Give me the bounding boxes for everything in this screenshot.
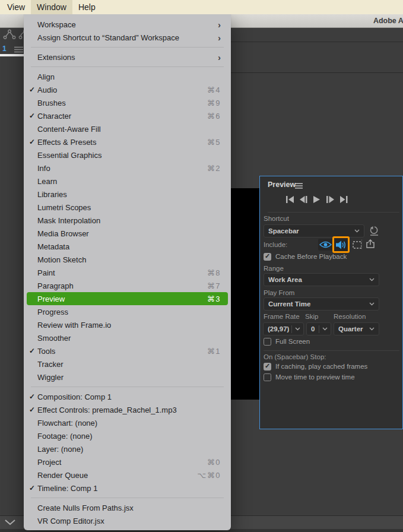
frame-rate-dropdown[interactable]: (29,97) xyxy=(263,322,304,335)
menubar-item-view[interactable]: View xyxy=(0,0,31,14)
checkbox-label: If caching, play cached frames xyxy=(275,363,367,370)
menu-item-info[interactable]: Info⌘2 xyxy=(27,162,228,175)
menu-item-label: Create Nulls From Paths.jsx xyxy=(37,504,221,512)
chevron-down-icon xyxy=(369,302,375,306)
menu-item-audio[interactable]: Audio⌘4 xyxy=(27,83,228,96)
menu-item-paragraph[interactable]: Paragraph⌘7 xyxy=(27,279,228,292)
menu-item-label: Mask Interpolation xyxy=(37,216,221,225)
play-button[interactable] xyxy=(313,196,321,203)
menubar-item-help[interactable]: Help xyxy=(72,0,101,14)
menu-item-label: Review with Frame.io xyxy=(37,321,221,330)
menu-item-label: Brushes xyxy=(37,99,200,107)
checkbox-full-screen[interactable]: Full Screen xyxy=(264,337,310,346)
last-frame-button[interactable] xyxy=(340,196,348,203)
include-label: Include: xyxy=(264,241,287,248)
menu-item-label: Tracker xyxy=(37,360,221,369)
checkbox-cache-before-playback[interactable]: Cache Before Playback xyxy=(264,252,347,261)
menu-item-label: Smoother xyxy=(37,334,221,343)
checkbox-box[interactable] xyxy=(264,338,271,346)
checkbox-if-caching-play-cached-frames[interactable]: If caching, play cached frames xyxy=(264,362,367,370)
menu-item-libraries[interactable]: Libraries xyxy=(27,188,228,201)
panel-menu-icon[interactable] xyxy=(295,183,303,189)
menu-item-character[interactable]: Character⌘6 xyxy=(27,109,228,122)
menu-item-preview[interactable]: Preview⌘3 xyxy=(27,292,228,305)
eye-icon xyxy=(319,240,332,249)
menu-item-motion-sketch[interactable]: Motion Sketch xyxy=(27,253,228,266)
menu-item-create-nulls-from-paths-jsx[interactable]: Create Nulls From Paths.jsx xyxy=(27,501,228,514)
menu-item-label: Align xyxy=(37,72,221,81)
checkmark-icon xyxy=(27,406,37,414)
menu-item-effects-presets[interactable]: Effects & Presets⌘5 xyxy=(27,135,228,148)
menu-item-label: Layer: (none) xyxy=(37,445,221,454)
menu-item-render-queue[interactable]: Render Queue⌥⌘0 xyxy=(27,468,228,482)
share-icon[interactable] xyxy=(366,239,375,249)
menu-item-progress[interactable]: Progress xyxy=(27,305,228,318)
timeline-menu-icon[interactable] xyxy=(14,46,23,53)
timeline-tab-number[interactable]: 1 xyxy=(2,45,7,53)
play-from-label: Play From xyxy=(264,289,294,296)
menu-item-shortcut: ⌘7 xyxy=(207,281,221,290)
menu-item-assign-shortcut-to-standard-workspace[interactable]: Assign Shortcut to “Standard” Workspace xyxy=(27,31,228,44)
menu-item-flowchart-none[interactable]: Flowchart: (none) xyxy=(27,416,228,429)
checkbox-move-time-to-preview-time[interactable]: Move time to preview time xyxy=(264,373,355,381)
node-tool-icon[interactable] xyxy=(3,29,16,40)
menu-item-tools[interactable]: Tools⌘1 xyxy=(27,344,228,357)
menu-item-essential-graphics[interactable]: Essential Graphics xyxy=(27,148,228,162)
skip-dropdown[interactable]: 0 xyxy=(306,322,331,335)
menu-item-smoother[interactable]: Smoother xyxy=(27,331,228,344)
menu-item-label: Motion Sketch xyxy=(37,255,221,264)
menu-item-lumetri-scopes[interactable]: Lumetri Scopes xyxy=(27,201,228,214)
first-frame-button[interactable] xyxy=(286,196,294,203)
checkmark-icon xyxy=(27,138,37,146)
range-dropdown[interactable]: Work Area xyxy=(264,273,379,286)
menu-item-workspace[interactable]: Workspace xyxy=(27,18,228,31)
menu-item-paint[interactable]: Paint⌘8 xyxy=(27,266,228,279)
menu-item-extensions[interactable]: Extensions xyxy=(27,50,228,64)
menu-item-media-browser[interactable]: Media Browser xyxy=(27,227,228,240)
dropdown-value: 0 xyxy=(311,325,316,332)
menu-separator xyxy=(31,47,224,48)
menu-item-metadata[interactable]: Metadata xyxy=(27,240,228,253)
menu-item-layer-none[interactable]: Layer: (none) xyxy=(27,442,228,455)
resolution-label: Resolution xyxy=(334,313,366,320)
chevron-down-icon[interactable] xyxy=(4,519,16,525)
menu-item-wiggler[interactable]: Wiggler xyxy=(27,370,228,384)
checkbox-label: Full Screen xyxy=(275,338,310,345)
checkbox-label: Move time to preview time xyxy=(275,373,355,381)
menu-item-review-with-frame-io[interactable]: Review with Frame.io xyxy=(27,318,228,331)
menu-item-label: Render Queue xyxy=(37,471,190,480)
menu-item-shortcut: ⌘3 xyxy=(207,294,221,303)
shortcut-dropdown[interactable]: Spacebar xyxy=(264,224,364,238)
menu-item-shortcut: ⌘0 xyxy=(207,458,221,467)
menu-item-learn[interactable]: Learn xyxy=(27,175,228,188)
next-frame-button[interactable] xyxy=(326,196,334,203)
menu-item-effect-controls-premade-rachel-1-mp3[interactable]: Effect Controls: premade_Rachel_1.mp3 xyxy=(27,403,228,416)
menu-item-align[interactable]: Align xyxy=(27,70,228,83)
menu-item-tracker[interactable]: Tracker xyxy=(27,357,228,370)
reset-icon[interactable] xyxy=(369,226,379,236)
menu-item-label: Lumetri Scopes xyxy=(37,203,221,212)
menu-item-brushes[interactable]: Brushes⌘9 xyxy=(27,96,228,109)
divider xyxy=(291,325,292,333)
include-video-toggle[interactable] xyxy=(318,239,333,251)
menu-item-content-aware-fill[interactable]: Content-Aware Fill xyxy=(27,122,228,135)
menu-item-project[interactable]: Project⌘0 xyxy=(27,455,228,468)
menu-item-shortcut: ⌘4 xyxy=(207,86,221,94)
menu-item-mask-interpolation[interactable]: Mask Interpolation xyxy=(27,214,228,227)
menu-item-vr-comp-editor-jsx[interactable]: VR Comp Editor.jsx xyxy=(27,514,228,527)
checkbox-box[interactable] xyxy=(264,253,271,261)
checkbox-box[interactable] xyxy=(264,363,271,370)
play-from-dropdown[interactable]: Current Time xyxy=(264,297,379,311)
menubar-item-window[interactable]: Window xyxy=(31,0,72,14)
previous-frame-button[interactable] xyxy=(300,196,307,203)
checkbox-box[interactable] xyxy=(264,373,271,381)
menu-item-label: Extensions xyxy=(37,53,211,62)
chevron-down-icon xyxy=(369,278,375,281)
menu-item-label: Project xyxy=(37,458,200,467)
menu-item-composition-comp-1[interactable]: Composition: Comp 1 xyxy=(27,390,228,403)
include-audio-toggle-highlighted[interactable] xyxy=(332,236,350,253)
divider xyxy=(361,239,362,249)
menu-item-footage-none[interactable]: Footage: (none) xyxy=(27,429,228,442)
resolution-dropdown[interactable]: Quarter xyxy=(334,322,379,335)
menu-item-timeline-comp-1[interactable]: Timeline: Comp 1 xyxy=(27,482,228,495)
